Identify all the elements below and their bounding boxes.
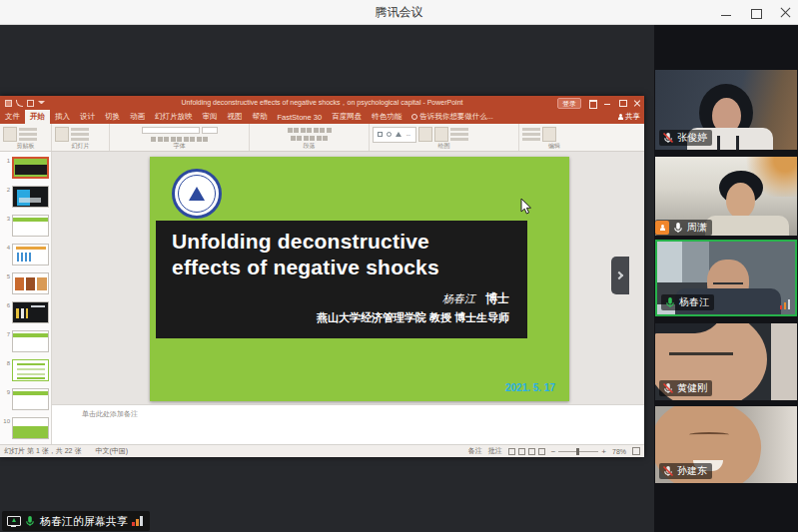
- ribbon-tab-faststone[interactable]: FastStone 30: [273, 110, 328, 124]
- slide-thumbnail-panel[interactable]: 1 2 3 4 5: [0, 152, 52, 444]
- slide-number: 8: [3, 359, 10, 384]
- ppt-minimize-icon[interactable]: [603, 99, 611, 107]
- align-buttons[interactable]: [291, 136, 329, 141]
- slide-title-box[interactable]: Unfolding deconstructive effects of nega…: [156, 221, 527, 338]
- quick-styles-icon[interactable]: [434, 127, 448, 142]
- editing-group[interactable]: 编辑: [519, 124, 589, 151]
- fit-to-window-icon[interactable]: [632, 447, 640, 455]
- notes-pane[interactable]: 单击此处添加备注: [52, 404, 644, 444]
- ribbon: 剪贴板 幻灯片 字体 段落: [0, 124, 644, 152]
- drawing-group[interactable]: ⇔ 绘图: [370, 124, 519, 151]
- font-group[interactable]: 字体: [110, 124, 250, 151]
- clipboard-group[interactable]: 剪贴板: [0, 124, 52, 151]
- video-tile[interactable]: 孙建东: [655, 406, 797, 483]
- slide-count-status: 幻灯片 第 1 张，共 22 张: [4, 446, 81, 456]
- notes-toggle[interactable]: 备注: [468, 446, 482, 456]
- slide-thumbnail[interactable]: 6: [0, 299, 51, 328]
- ppt-close-icon[interactable]: [633, 99, 641, 107]
- ribbon-tab-review[interactable]: 审阅: [198, 110, 223, 124]
- ribbon-tab-slideshow[interactable]: 幻灯片放映: [150, 110, 198, 124]
- paragraph-group[interactable]: 段落: [250, 124, 370, 151]
- video-tile[interactable]: 黄健刚: [655, 323, 797, 400]
- reading-view-icon[interactable]: [528, 448, 535, 455]
- slide-number: 2: [3, 186, 10, 211]
- ribbon-tab-help[interactable]: 帮助: [248, 110, 273, 124]
- zoom-in-icon[interactable]: +: [601, 448, 606, 455]
- slide-thumbnail[interactable]: 10: [0, 415, 51, 444]
- list-buttons[interactable]: [288, 128, 332, 133]
- slide-author: 杨春江博士: [442, 290, 509, 307]
- collapse-sidebar-button[interactable]: [611, 257, 629, 294]
- slide-sorter-icon[interactable]: [518, 448, 525, 455]
- minimize-icon[interactable]: [720, 7, 732, 19]
- paste-icon[interactable]: [3, 127, 17, 142]
- ribbon-tab-home[interactable]: 开始: [25, 110, 50, 124]
- slide-thumbnail[interactable]: 9: [0, 386, 51, 415]
- screen-share-icon: [7, 516, 20, 527]
- chevron-right-icon: [615, 271, 623, 279]
- slide-thumbnail[interactable]: 5: [0, 270, 51, 299]
- mic-speaking-icon[interactable]: [664, 296, 676, 308]
- ribbon-tab-transitions[interactable]: 切换: [100, 110, 125, 124]
- ppt-document-title: Unfolding deconstructive effects of nega…: [0, 98, 644, 108]
- slide-affiliation: 燕山大学经济管理学院 教授 博士生导师: [317, 310, 509, 325]
- slides-group[interactable]: 幻灯片: [52, 124, 110, 151]
- video-tile-active-speaker[interactable]: 杨春江: [655, 240, 797, 316]
- mic-on-icon[interactable]: [672, 222, 684, 234]
- cursor-arrow-icon: [520, 198, 532, 216]
- university-logo: [172, 169, 222, 219]
- slide-thumbnail[interactable]: 3: [0, 213, 51, 242]
- signal-bars-icon: [132, 516, 143, 526]
- slide-thumbnail[interactable]: 4: [0, 242, 51, 270]
- ribbon-tab-design[interactable]: 设计: [75, 110, 100, 124]
- zoom-slider[interactable]: − +: [551, 448, 606, 455]
- slide-thumbnail[interactable]: 2: [0, 184, 51, 213]
- maximize-icon[interactable]: [750, 7, 762, 19]
- ribbon-tab-insert[interactable]: 插入: [50, 110, 75, 124]
- video-tile[interactable]: 周潇: [655, 157, 797, 236]
- font-name-box[interactable]: [142, 127, 200, 134]
- ribbon-tab-file[interactable]: 文件: [0, 110, 25, 124]
- tell-me-box[interactable]: 告诉我你想要做什么...: [406, 110, 498, 124]
- login-button[interactable]: 登录: [557, 98, 581, 109]
- ribbon-tab-view[interactable]: 视图: [223, 110, 248, 124]
- participant-name: 杨春江: [679, 295, 709, 309]
- ppt-titlebar: Unfolding deconstructive effects of nega…: [0, 96, 644, 110]
- slide-date: 2021. 5. 17: [505, 382, 555, 393]
- new-slide-icon[interactable]: [55, 127, 69, 142]
- slide-thumbnail[interactable]: 1: [0, 155, 51, 184]
- zoom-out-icon[interactable]: −: [551, 448, 556, 455]
- language-status[interactable]: 中文(中国): [95, 446, 128, 456]
- slide-number: 5: [3, 272, 10, 297]
- ppt-maximize-icon[interactable]: [618, 99, 626, 107]
- ribbon-tab-animations[interactable]: 动画: [125, 110, 150, 124]
- video-tile[interactable]: 张俊婷: [655, 70, 797, 150]
- close-icon[interactable]: [780, 7, 792, 19]
- slide-number: 7: [3, 330, 10, 355]
- slide-thumbnail[interactable]: 7: [0, 328, 51, 357]
- arrange-icon[interactable]: [418, 127, 432, 142]
- ribbon-display-options-icon[interactable]: [588, 99, 596, 107]
- slide-editing-area[interactable]: Unfolding deconstructive effects of nega…: [52, 152, 644, 404]
- mic-muted-icon[interactable]: [662, 132, 674, 144]
- slide-thumbnail[interactable]: 8: [0, 357, 51, 386]
- current-slide[interactable]: Unfolding deconstructive effects of nega…: [150, 157, 569, 401]
- designer-icon[interactable]: [542, 127, 556, 142]
- slide-number: 10: [3, 417, 10, 442]
- comments-toggle[interactable]: 批注: [488, 446, 502, 456]
- mic-speaking-icon: [24, 515, 36, 527]
- zoom-level[interactable]: 78%: [612, 448, 626, 455]
- mic-muted-icon[interactable]: [662, 382, 674, 394]
- ribbon-tab-addin[interactable]: 特色功能: [367, 110, 406, 124]
- shape-gallery[interactable]: ⇔: [373, 127, 416, 143]
- normal-view-icon[interactable]: [508, 448, 515, 455]
- ribbon-tab-baidu-pan[interactable]: 百度网盘: [327, 110, 367, 124]
- find-replace-select[interactable]: [522, 128, 540, 141]
- zoom-thumb[interactable]: [576, 448, 579, 455]
- font-size-box[interactable]: [202, 127, 218, 134]
- ribbon-tab-bar: 文件 开始 插入 设计 切换 动画 幻灯片放映 审阅 视图 帮助 FastSto…: [0, 110, 644, 124]
- ppt-share-button[interactable]: 共享: [618, 110, 640, 124]
- window-title: 腾讯会议: [376, 4, 423, 21]
- mic-muted-icon[interactable]: [662, 465, 674, 477]
- slideshow-view-icon[interactable]: [538, 448, 545, 455]
